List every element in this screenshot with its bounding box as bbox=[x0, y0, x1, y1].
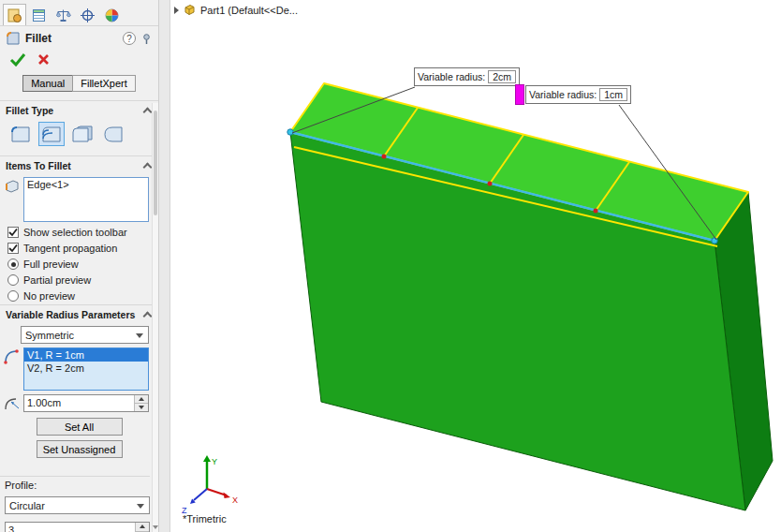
radius-control-point[interactable] bbox=[594, 209, 598, 214]
radio-label: Partial preview bbox=[23, 274, 91, 286]
tab-display-manager[interactable] bbox=[76, 4, 99, 25]
x-icon bbox=[37, 53, 50, 66]
feature-tree-breadcrumb[interactable]: Part1 (Default<<De... bbox=[174, 4, 298, 16]
panel-splitter[interactable] bbox=[159, 0, 170, 532]
show-selection-toolbar-checkbox[interactable]: Show selection toolbar bbox=[7, 227, 158, 238]
radius-control-point[interactable] bbox=[488, 182, 493, 186]
appearance-sphere-icon bbox=[104, 7, 120, 23]
part-name-label[interactable]: Part1 (Default<<De... bbox=[200, 5, 298, 16]
tab-appearances[interactable] bbox=[100, 4, 124, 25]
variable-radius-callout-v1[interactable]: Variable radius: 1cm bbox=[525, 85, 631, 104]
full-round-fillet-icon bbox=[102, 125, 125, 143]
edge-selection-list[interactable]: Edge<1> bbox=[23, 177, 149, 222]
profile-section: Profile: Circular 3 bbox=[0, 476, 150, 532]
selected-point-marker[interactable] bbox=[515, 84, 524, 105]
edge-endpoint-v1[interactable] bbox=[712, 238, 717, 244]
constant-size-fillet-button[interactable] bbox=[7, 122, 34, 146]
tab-dimxpert-manager[interactable] bbox=[52, 4, 75, 25]
scrollbar-thumb[interactable] bbox=[154, 111, 157, 215]
radius-value-input[interactable]: 1.00cm bbox=[24, 395, 134, 411]
profile-value: Circular bbox=[9, 500, 45, 511]
radio-icon bbox=[7, 274, 19, 286]
radio-selected-icon bbox=[7, 259, 19, 270]
fillet-type-section-header[interactable]: Fillet Type bbox=[0, 100, 158, 118]
radius-point-item[interactable]: V1, R = 1cm bbox=[24, 348, 148, 362]
set-unassigned-button[interactable]: Set Unassigned bbox=[37, 440, 123, 458]
graphics-viewport[interactable]: Y X Z Part1 (Default<<De... Variable rad… bbox=[170, 0, 781, 532]
no-preview-radio[interactable]: No preview bbox=[7, 290, 158, 302]
radius-spinner[interactable]: 1.00cm bbox=[23, 394, 149, 412]
callout-value-input[interactable]: 1cm bbox=[599, 88, 627, 101]
panel-scrollbar[interactable] bbox=[152, 103, 158, 532]
tab-configuration-manager[interactable] bbox=[27, 4, 51, 25]
callout-label: Variable radius: bbox=[418, 71, 485, 82]
full-round-fillet-button[interactable] bbox=[100, 122, 126, 146]
radius-point-item[interactable]: V2, R = 2cm bbox=[24, 362, 148, 375]
expand-tree-arrow-icon[interactable] bbox=[174, 7, 179, 14]
full-preview-radio[interactable]: Full preview bbox=[7, 259, 158, 270]
edge-icon bbox=[5, 179, 20, 194]
symmetry-dropdown[interactable]: Symmetric bbox=[21, 326, 149, 344]
instances-value-input[interactable]: 3 bbox=[6, 523, 135, 532]
panel-header: Fillet ? bbox=[0, 26, 158, 49]
spin-up-button[interactable] bbox=[135, 395, 148, 403]
callout-value-input[interactable]: 2cm bbox=[488, 70, 516, 83]
cancel-button[interactable] bbox=[37, 53, 50, 66]
variable-radius-callout-v2[interactable]: Variable radius: 2cm bbox=[414, 67, 520, 86]
face-fillet-button[interactable] bbox=[69, 122, 96, 146]
face-fillet-icon bbox=[71, 125, 94, 143]
manual-tab[interactable]: Manual bbox=[22, 75, 73, 92]
variable-radius-section-header[interactable]: Variable Radius Parameters bbox=[0, 304, 158, 322]
ok-button[interactable] bbox=[9, 52, 26, 66]
spin-up-button[interactable] bbox=[136, 523, 149, 531]
constant-size-fillet-icon bbox=[9, 125, 32, 143]
profile-dropdown[interactable]: Circular bbox=[5, 496, 150, 514]
fillet-type-label: Fillet Type bbox=[6, 105, 53, 116]
chevron-up-icon bbox=[139, 397, 144, 401]
collapse-chevron-icon[interactable] bbox=[143, 163, 153, 172]
pin-icon bbox=[140, 33, 153, 45]
chevron-up-icon bbox=[140, 525, 145, 528]
triad-y-label: Y bbox=[212, 457, 217, 466]
radius-points-list[interactable]: V1, R = 1cm V2, R = 2cm bbox=[23, 347, 149, 391]
mode-tab-bar: Manual FilletXpert bbox=[0, 72, 158, 97]
radio-icon bbox=[7, 290, 19, 302]
symmetry-value: Symmetric bbox=[25, 330, 74, 341]
variable-radius-label: Variable Radius Parameters bbox=[6, 309, 135, 320]
property-manager-icon bbox=[7, 7, 22, 23]
pin-button[interactable] bbox=[140, 33, 153, 45]
ok-cancel-bar bbox=[0, 49, 158, 72]
radius-control-point[interactable] bbox=[382, 155, 387, 159]
collapse-chevron-icon[interactable] bbox=[143, 108, 153, 117]
panel-title: Fillet bbox=[25, 32, 118, 45]
orientation-triad: Y X Z bbox=[182, 455, 238, 515]
property-manager-panel: Fillet ? Manual FilletXpert Fillet Type bbox=[0, 0, 159, 532]
callout-label: Variable radius: bbox=[529, 89, 597, 100]
edge-endpoint-v2[interactable] bbox=[287, 129, 293, 135]
filletxpert-tab[interactable]: FilletXpert bbox=[72, 75, 136, 92]
crosshair-icon bbox=[80, 7, 96, 23]
radio-label: No preview bbox=[23, 290, 75, 302]
variable-size-fillet-button[interactable] bbox=[38, 122, 65, 146]
check-icon bbox=[9, 52, 26, 66]
variable-size-fillet-icon bbox=[40, 125, 63, 143]
partial-preview-radio[interactable]: Partial preview bbox=[7, 274, 158, 286]
help-button[interactable]: ? bbox=[123, 32, 136, 45]
spin-down-button[interactable] bbox=[135, 403, 148, 411]
radio-label: Full preview bbox=[23, 259, 79, 270]
dimxpert-manager-icon bbox=[55, 7, 71, 23]
set-all-button[interactable]: Set All bbox=[37, 418, 123, 436]
tangent-propagation-checkbox[interactable]: Tangent propagation bbox=[7, 243, 158, 254]
edge-list-item[interactable]: Edge<1> bbox=[27, 179, 145, 190]
instances-spinner[interactable]: 3 bbox=[5, 522, 150, 532]
checkbox-checked-icon bbox=[7, 243, 19, 254]
solidworks-window: Fillet ? Manual FilletXpert Fillet Type bbox=[0, 0, 781, 532]
triad-x-label: X bbox=[232, 495, 238, 505]
items-to-fillet-label: Items To Fillet bbox=[6, 160, 71, 171]
scrollbar-down-arrow-icon[interactable] bbox=[153, 525, 158, 529]
items-to-fillet-section-header[interactable]: Items To Fillet bbox=[0, 155, 158, 173]
tab-property-manager[interactable] bbox=[3, 4, 26, 25]
fillet-type-options bbox=[0, 118, 158, 153]
checkbox-label: Tangent propagation bbox=[23, 243, 117, 254]
collapse-chevron-icon[interactable] bbox=[143, 312, 153, 321]
